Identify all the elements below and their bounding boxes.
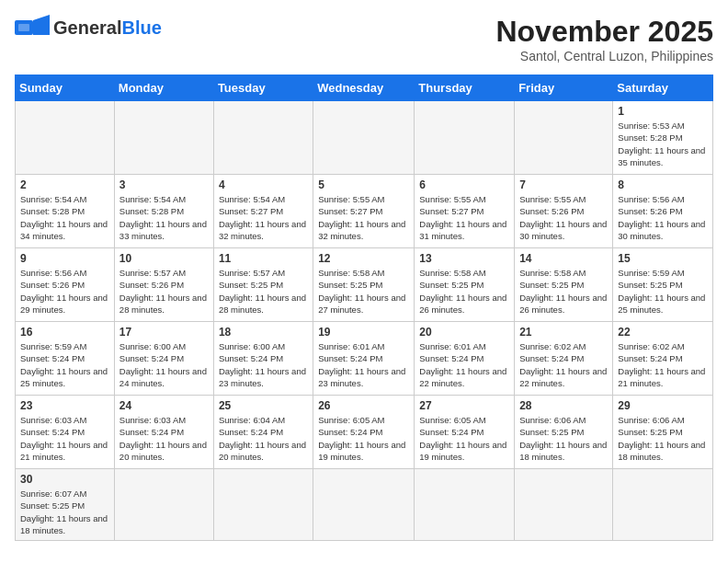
calendar-table: Sunday Monday Tuesday Wednesday Thursday… — [15, 75, 713, 541]
day-19: 19 Sunrise: 6:01 AMSunset: 5:24 PMDaylig… — [313, 322, 415, 396]
empty-cell — [613, 469, 713, 541]
empty-cell — [415, 469, 515, 541]
day-25: 25 Sunrise: 6:04 AMSunset: 5:24 PMDaylig… — [213, 396, 313, 469]
empty-cell — [515, 101, 613, 175]
header-friday: Friday — [515, 75, 613, 101]
day-22: 22 Sunrise: 6:02 AMSunset: 5:24 PMDaylig… — [613, 322, 713, 396]
empty-cell — [415, 101, 515, 175]
day-20: 20 Sunrise: 6:01 AMSunset: 5:24 PMDaylig… — [415, 322, 515, 396]
day-4: 4 Sunrise: 5:54 AMSunset: 5:27 PMDayligh… — [213, 175, 313, 248]
empty-cell — [16, 101, 115, 175]
month-title: November 2025 — [495, 15, 713, 49]
day-10: 10 Sunrise: 5:57 AMSunset: 5:26 PMDaylig… — [114, 248, 213, 322]
day-29: 29 Sunrise: 6:06 AMSunset: 5:25 PMDaylig… — [613, 396, 713, 469]
day-6: 6 Sunrise: 5:55 AMSunset: 5:27 PMDayligh… — [415, 175, 515, 248]
day-8: 8 Sunrise: 5:56 AMSunset: 5:26 PMDayligh… — [613, 175, 713, 248]
title-block: November 2025 Santol, Central Luzon, Phi… — [495, 15, 713, 63]
header-thursday: Thursday — [415, 75, 515, 101]
page-header: GeneralBlue November 2025 Santol, Centra… — [15, 15, 713, 63]
day-24: 24 Sunrise: 6:03 AMSunset: 5:24 PMDaylig… — [114, 396, 213, 469]
logo-general: General — [53, 17, 121, 38]
weekday-header-row: Sunday Monday Tuesday Wednesday Thursday… — [16, 75, 713, 101]
day-9: 9 Sunrise: 5:56 AMSunset: 5:26 PMDayligh… — [16, 248, 115, 322]
logo: GeneralBlue — [15, 15, 162, 40]
day-30: 30 Sunrise: 6:07 AMSunset: 5:25 PMDaylig… — [16, 469, 115, 541]
header-tuesday: Tuesday — [213, 75, 313, 101]
day-14: 14 Sunrise: 5:58 AMSunset: 5:25 PMDaylig… — [515, 248, 613, 322]
day-16: 16 Sunrise: 5:59 AMSunset: 5:24 PMDaylig… — [16, 322, 115, 396]
day-26: 26 Sunrise: 6:05 AMSunset: 5:24 PMDaylig… — [313, 396, 415, 469]
day-2: 2 Sunrise: 5:54 AMSunset: 5:28 PMDayligh… — [16, 175, 115, 248]
day-13: 13 Sunrise: 5:58 AMSunset: 5:25 PMDaylig… — [415, 248, 515, 322]
header-wednesday: Wednesday — [313, 75, 415, 101]
empty-cell — [213, 469, 313, 541]
day-7: 7 Sunrise: 5:55 AMSunset: 5:26 PMDayligh… — [515, 175, 613, 248]
day-21: 21 Sunrise: 6:02 AMSunset: 5:24 PMDaylig… — [515, 322, 613, 396]
table-row: 30 Sunrise: 6:07 AMSunset: 5:25 PMDaylig… — [16, 469, 713, 541]
empty-cell — [515, 469, 613, 541]
empty-cell — [114, 469, 213, 541]
day-1: 1 Sunrise: 5:53 AMSunset: 5:28 PMDayligh… — [613, 101, 713, 175]
day-23: 23 Sunrise: 6:03 AMSunset: 5:24 PMDaylig… — [16, 396, 115, 469]
day-11: 11 Sunrise: 5:57 AMSunset: 5:25 PMDaylig… — [213, 248, 313, 322]
day-18: 18 Sunrise: 6:00 AMSunset: 5:24 PMDaylig… — [213, 322, 313, 396]
day-12: 12 Sunrise: 5:58 AMSunset: 5:25 PMDaylig… — [313, 248, 415, 322]
empty-cell — [313, 101, 415, 175]
day-17: 17 Sunrise: 6:00 AMSunset: 5:24 PMDaylig… — [114, 322, 213, 396]
logo-icon — [15, 15, 50, 40]
empty-cell — [313, 469, 415, 541]
logo-blue: Blue — [121, 17, 161, 38]
day-15: 15 Sunrise: 5:59 AMSunset: 5:25 PMDaylig… — [613, 248, 713, 322]
svg-rect-2 — [18, 24, 29, 31]
day-5: 5 Sunrise: 5:55 AMSunset: 5:27 PMDayligh… — [313, 175, 415, 248]
table-row: 16 Sunrise: 5:59 AMSunset: 5:24 PMDaylig… — [16, 322, 713, 396]
table-row: 2 Sunrise: 5:54 AMSunset: 5:28 PMDayligh… — [16, 175, 713, 248]
location: Santol, Central Luzon, Philippines — [495, 49, 713, 63]
empty-cell — [213, 101, 313, 175]
header-saturday: Saturday — [613, 75, 713, 101]
table-row: 9 Sunrise: 5:56 AMSunset: 5:26 PMDayligh… — [16, 248, 713, 322]
day-3: 3 Sunrise: 5:54 AMSunset: 5:28 PMDayligh… — [114, 175, 213, 248]
svg-marker-1 — [33, 15, 50, 35]
table-row: 1 Sunrise: 5:53 AMSunset: 5:28 PMDayligh… — [16, 101, 713, 175]
header-monday: Monday — [114, 75, 213, 101]
day-28: 28 Sunrise: 6:06 AMSunset: 5:25 PMDaylig… — [515, 396, 613, 469]
day-27: 27 Sunrise: 6:05 AMSunset: 5:24 PMDaylig… — [415, 396, 515, 469]
table-row: 23 Sunrise: 6:03 AMSunset: 5:24 PMDaylig… — [16, 396, 713, 469]
empty-cell — [114, 101, 213, 175]
header-sunday: Sunday — [16, 75, 115, 101]
